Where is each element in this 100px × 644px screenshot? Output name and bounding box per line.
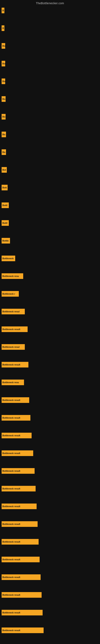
bar-label: B xyxy=(2,9,4,12)
bar-label: Bottleneck result xyxy=(2,470,20,472)
bar-spacer xyxy=(1,49,100,61)
bar-row: Bottleneck result xyxy=(1,433,100,438)
bar-spacer xyxy=(1,368,100,380)
bar-spacer xyxy=(1,191,100,202)
bar-spacer xyxy=(1,14,100,25)
bar-spacer xyxy=(1,244,100,256)
bar-row: Bottl xyxy=(1,220,100,226)
bar-row: Bottl xyxy=(1,202,100,208)
bar-item: Bo xyxy=(1,132,6,137)
bar-label: Bo xyxy=(2,45,5,47)
bar-item: Bottleneck xyxy=(1,256,15,261)
bar-spacer xyxy=(1,84,100,96)
bar-spacer xyxy=(1,315,100,326)
bar-item: Bottleneck r xyxy=(1,291,19,297)
bar-spacer xyxy=(1,563,100,574)
bar-row: Bottleneck result xyxy=(1,504,100,509)
bar-spacer xyxy=(1,102,100,114)
bar-item: Bottleneck result xyxy=(1,557,40,562)
bar-spacer xyxy=(1,226,100,238)
bar-row: Bottle xyxy=(1,238,100,244)
bar-row: Bo xyxy=(1,132,100,137)
bar-row: Bott xyxy=(1,185,100,190)
bar-spacer xyxy=(1,67,100,78)
bar-row: Bottleneck xyxy=(1,256,100,261)
bar-item: Bottleneck resul xyxy=(1,344,25,350)
bar-label: Bottleneck resu xyxy=(2,275,19,277)
bar-label: Bottleneck result xyxy=(2,558,20,561)
bar-row: Bo xyxy=(1,43,100,49)
bar-row: Bottleneck result xyxy=(1,468,100,474)
bar-item: B xyxy=(1,8,4,13)
bar-item: Bo xyxy=(1,96,6,102)
bar-spacer xyxy=(1,580,100,592)
bar-label: Bottleneck resu xyxy=(2,381,19,384)
bar-spacer xyxy=(1,439,100,450)
bar-item: Bottleneck result xyxy=(1,610,43,616)
bar-spacer xyxy=(1,403,100,415)
bar-spacer xyxy=(1,386,100,397)
bar-label: Bottleneck result xyxy=(2,488,20,490)
bar-spacer xyxy=(1,138,100,149)
bar-item: Bottleneck result xyxy=(1,539,39,544)
bar-label: B xyxy=(2,27,4,30)
bar-item: Bottleneck result xyxy=(1,433,32,438)
bar-spacer xyxy=(1,634,100,644)
bar-label: Bottleneck result xyxy=(2,576,20,578)
bar-row: Bottleneck resu xyxy=(1,273,100,279)
bar-row: Bottleneck result xyxy=(1,521,100,527)
bar-item: Bottleneck result xyxy=(1,450,33,456)
bar-row: Bottleneck result xyxy=(1,415,100,420)
bar-label: Bottleneck result xyxy=(2,594,20,596)
bar-label: Bottleneck r xyxy=(2,292,15,295)
bar-spacer xyxy=(1,421,100,433)
bar-item: Bo xyxy=(1,149,6,155)
bar-label: Bottl xyxy=(2,204,7,206)
bar-row: Bottleneck result xyxy=(1,628,100,633)
bar-row: Bottleneck result xyxy=(1,486,100,492)
bar-label: Bottleneck result xyxy=(2,540,20,543)
bar-label: Bottleneck result xyxy=(2,399,20,401)
bar-row: Bo xyxy=(1,114,100,120)
bar-item: Bottleneck result xyxy=(1,574,41,580)
bar-row: Bottleneck result xyxy=(1,539,100,544)
bar-label: Bottleneck resul xyxy=(2,346,20,348)
bar-spacer xyxy=(1,208,100,220)
bar-spacer xyxy=(1,120,100,132)
bar-label: Bottleneck result xyxy=(2,364,20,366)
bar-label: Bo xyxy=(2,133,5,136)
bar-label: Bottleneck result xyxy=(2,629,20,632)
bar-spacer xyxy=(1,155,100,167)
bar-label: Bottleneck result xyxy=(2,612,20,614)
bar-item: Bot xyxy=(1,167,7,173)
bar-row: B xyxy=(1,25,100,31)
bar-item: Bottleneck result xyxy=(1,486,36,492)
bar-item: Bottleneck result xyxy=(1,521,38,527)
bar-item: Bottleneck result xyxy=(1,362,28,368)
site-title: TheBottlenecker.com xyxy=(0,0,100,6)
bar-row: Bottleneck result xyxy=(1,326,100,332)
bar-spacer xyxy=(1,32,100,43)
bar-label: Bo xyxy=(2,98,5,100)
bar-row: Bot xyxy=(1,167,100,173)
bar-label: Bottleneck xyxy=(2,257,14,260)
bar-row: Bottleneck result xyxy=(1,397,100,403)
bar-item: Bottleneck result xyxy=(1,326,28,332)
bar-spacer xyxy=(1,545,100,557)
bar-label: Bottleneck result xyxy=(2,452,20,454)
bar-item: Bottleneck resu xyxy=(1,380,24,385)
bar-item: Bottleneck resu xyxy=(1,273,23,279)
bar-spacer xyxy=(1,527,100,539)
bar-label: Bo xyxy=(2,116,5,118)
bar-label: Bot xyxy=(2,169,6,171)
bar-label: Bo xyxy=(2,62,5,65)
bar-label: Bottle xyxy=(2,240,9,242)
bar-label: Bo xyxy=(2,80,5,82)
bar-row: Bottleneck resu xyxy=(1,380,100,385)
bar-item: Bo xyxy=(1,78,5,84)
bar-spacer xyxy=(1,616,100,628)
bar-row: Bottleneck result xyxy=(1,450,100,456)
bar-row: Bo xyxy=(1,78,100,84)
bar-spacer xyxy=(1,492,100,504)
bar-item: Bottl xyxy=(1,202,9,208)
